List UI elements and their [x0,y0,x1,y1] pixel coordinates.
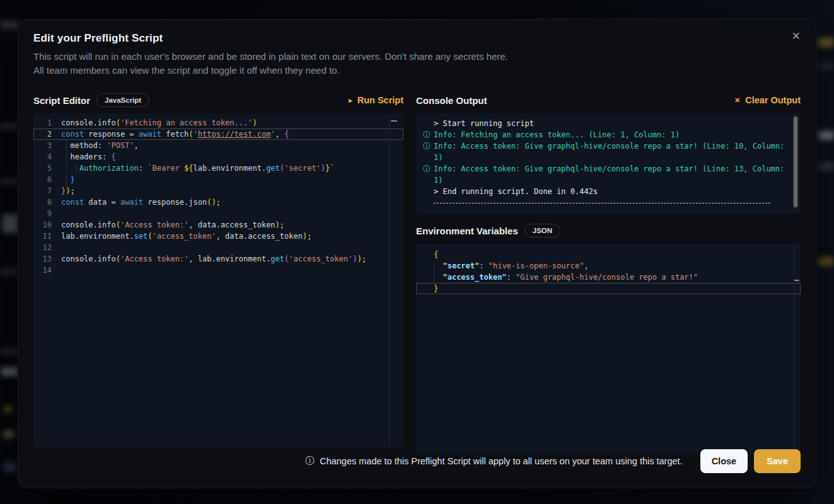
code-text: headers: { [61,151,116,163]
code-text: } [61,174,75,185]
info-icon: ⓘ [420,140,434,163]
close-icon[interactable]: ✕ [788,27,804,45]
console-scrollbar-thumb[interactable] [793,116,798,208]
code-token: ; [280,220,284,229]
console-line-text: > End running script. Done in 0.442s [434,186,785,197]
code-token: 'access_token' [289,255,352,263]
code-token: ${ [184,164,193,173]
run-script-button[interactable]: ▸ Run Script [349,95,403,105]
code-token: ; [362,255,366,263]
code-token: 'POST' [107,141,134,150]
code-text: console.info('Fetching an access token..… [61,117,257,129]
code-token: ) [275,220,280,229]
environment-variables-editor[interactable]: { "secret": "hive-is-open-source", "acce… [416,244,801,453]
close-button[interactable]: Close [700,449,748,473]
background-blur [0,178,19,185]
background-blur [4,461,16,472]
code-token: const [61,198,84,207]
code-token: 'secret' [284,164,321,173]
code-token [61,164,79,173]
editor-overview-ruler [794,244,794,453]
line-number: 3 [33,140,61,151]
editor-overview-marker [391,120,397,122]
code-token: data = [84,198,120,207]
console-line: ⓘInfo: Fetching an access token... (Line… [420,129,785,140]
code-token: : [479,261,488,270]
clear-icon: ✕ [734,96,740,105]
code-token: console.info [61,255,116,263]
code-token: set [134,232,148,241]
run-script-label: Run Script [357,95,403,105]
code-token: https://test.com [198,130,271,139]
console-output-panel[interactable]: > Start running scriptⓘInfo: Fetching an… [416,113,801,214]
code-token: const [61,130,84,139]
code-token: ; [70,186,74,195]
code-token [434,261,443,270]
code-token: } [434,284,438,293]
code-token: , data.access_token [216,232,303,241]
background-blur [818,163,834,170]
code-token: ( [148,232,152,241]
code-token: 'Access token:' [120,255,188,263]
footer-note-text: Changes made to this Preflight Script wi… [320,456,682,466]
code-token: } [70,175,74,184]
line-number: 12 [33,242,61,253]
line-number: 11 [33,231,61,242]
code-line: 13console.info('Access token:', lab.envi… [33,253,403,265]
line-number: 14 [33,265,61,276]
code-token: ( [116,118,120,127]
code-token: console.info [61,118,116,127]
code-token: ) [352,255,357,263]
code-token: , [134,141,139,150]
console-line: ⓘInfo: Access token: Give graphql-hive/c… [420,163,785,186]
line-number: 2 [33,129,61,140]
code-token: 'access_token' [153,232,216,241]
code-token: ; [216,198,221,207]
code-token: { [111,152,115,161]
console-scrollbar[interactable] [792,115,799,213]
info-icon: ⓘ [305,455,314,467]
clear-output-button[interactable]: ✕ Clear Output [734,95,801,105]
code-token: , data.access_token [188,220,275,229]
code-text: console.info('Access token:', data.acces… [61,219,284,231]
code-token: ) [211,198,216,207]
console-separator [434,203,770,203]
code-token: "secret" [443,261,479,270]
console-output-title: Console Output [416,95,487,106]
code-token: method: [61,141,107,150]
script-editor[interactable]: 1console.info('Fetching an access token.… [33,113,403,447]
save-button[interactable]: Save [754,449,801,473]
code-token: await [120,198,143,207]
code-line: 1console.info('Fetching an access token.… [33,117,403,129]
preflight-script-modal: ✕ Edit your Preflight Script This script… [18,19,816,488]
code-token: console.info [61,220,116,229]
code-line: 10console.info('Access token:', data.acc… [33,219,403,231]
language-badge: JavaScript [96,93,149,107]
code-token: 'Fetching an access token...' [120,118,253,127]
code-line: { [416,249,801,260]
code-line: 5 Authorization: `Bearer ${lab.environme… [33,163,403,174]
code-line: 3 method: 'POST', [33,140,403,151]
code-token: await [139,130,161,139]
line-number: 6 [33,174,61,185]
code-token: ; [307,232,311,241]
background-blur [818,38,834,47]
line-number: 8 [33,197,61,208]
console-line-text: Info: Access token: Give graphql-hive/co… [434,140,785,163]
background-blur [818,257,834,266]
footer-note: ⓘ Changes made to this Preflight Script … [305,455,682,467]
output-column: Console Output ✕ Clear Output > Start ru… [416,91,801,453]
editor-overview-marker [794,280,799,281]
code-line: 6 } [33,174,403,185]
code-line: "access_token": "Give graphql-hive/conso… [416,272,801,283]
code-text: } [416,283,438,294]
code-text: "access_token": "Give graphql-hive/conso… [416,272,698,283]
code-token: 'Access token:' [120,220,188,229]
line-number: 10 [33,219,61,231]
script-editor-title: Script Editor [33,95,90,106]
code-token: ) [321,164,325,173]
code-token: ) [252,118,257,127]
console-line-spacer [420,118,434,129]
code-text: method: 'POST', [61,140,139,151]
line-number: 7 [33,185,61,197]
